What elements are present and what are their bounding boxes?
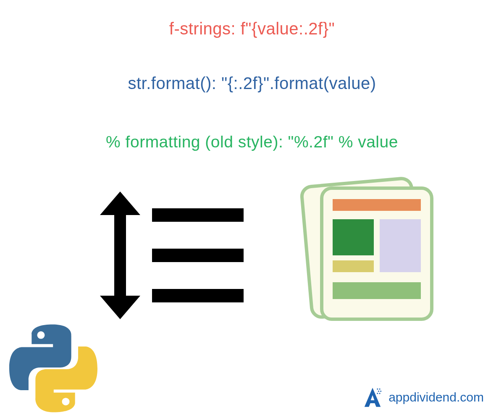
line-spacing-icon — [89, 197, 244, 314]
svg-rect-0 — [377, 388, 378, 390]
svg-rect-3 — [381, 391, 382, 392]
strformat-method-text: str.format(): "{:.2f}".format(value) — [0, 74, 504, 93]
documents-stack-icon — [305, 181, 444, 328]
svg-rect-2 — [378, 391, 379, 392]
brand-text: appdividend.com — [388, 390, 484, 404]
brand-logo-icon — [361, 386, 384, 409]
percent-method-text: % formatting (old style): "%.2f" % value — [0, 133, 504, 151]
python-logo-icon — [9, 324, 97, 412]
brand-watermark: appdividend.com — [361, 386, 484, 409]
svg-rect-5 — [379, 393, 381, 394]
svg-rect-4 — [377, 393, 378, 394]
fstrings-method-text: f-strings: f"{value:.2f}" — [0, 19, 504, 38]
svg-rect-1 — [379, 388, 381, 390]
